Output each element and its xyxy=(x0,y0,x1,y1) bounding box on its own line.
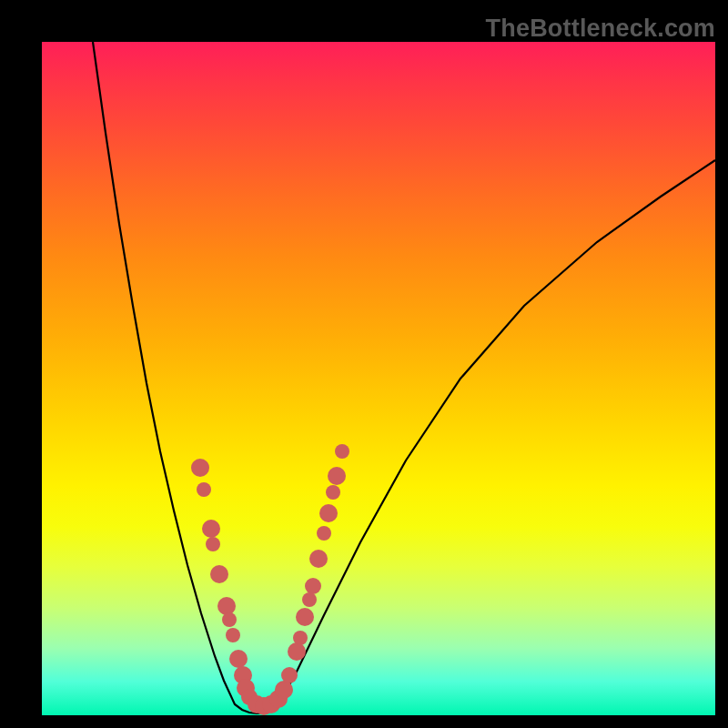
chart-plot-area xyxy=(42,42,715,715)
curve-marker xyxy=(206,537,220,551)
curve-marker xyxy=(217,597,236,615)
curve-marker xyxy=(191,459,209,477)
curve-marker xyxy=(296,608,314,626)
chart-svg xyxy=(42,42,715,715)
curve-marker xyxy=(210,565,228,583)
curve-marker xyxy=(326,485,340,500)
curve-marker xyxy=(335,444,349,459)
curve-marker xyxy=(288,642,306,661)
curve-marker xyxy=(197,482,211,497)
curve-marker xyxy=(309,550,328,568)
chart-frame: TheBottleneck.com xyxy=(0,0,728,728)
curve-marker xyxy=(305,578,321,594)
curve-marker xyxy=(229,650,248,668)
curve-marker xyxy=(281,667,298,683)
curve-marker xyxy=(302,592,317,607)
curve-marker xyxy=(226,628,240,642)
curve-marker xyxy=(328,467,346,485)
curve-marker xyxy=(317,526,331,541)
curve-marker xyxy=(202,520,220,538)
curve-marker xyxy=(222,612,237,627)
curve-markers xyxy=(191,444,349,715)
curve-marker xyxy=(293,631,308,645)
attribution-text: TheBottleneck.com xyxy=(486,15,715,43)
bottleneck-curve xyxy=(93,42,715,713)
curve-marker xyxy=(319,504,338,522)
curve-marker xyxy=(275,681,293,699)
